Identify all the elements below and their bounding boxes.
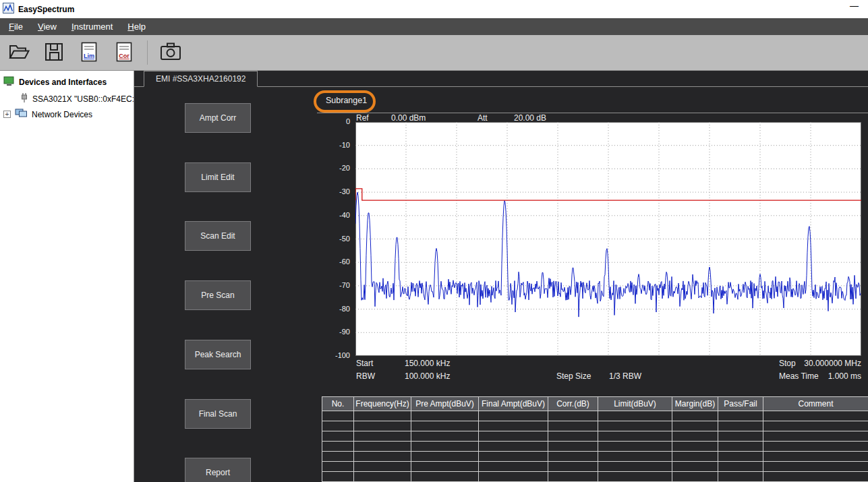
step-size-value: 1/3 RBW: [609, 371, 641, 381]
table-cell: [322, 452, 354, 462]
stop-label: Stop: [779, 359, 796, 368]
button-peak-search[interactable]: Peak Search: [185, 340, 251, 369]
open-file-button[interactable]: [5, 38, 32, 67]
y-tick-label: -20: [320, 164, 350, 172]
table-cell: [354, 472, 411, 482]
device-tree-panel: Devices and Interfaces SSA3021X "USB0::0…: [0, 71, 134, 482]
table-cell: [672, 431, 718, 442]
network-devices-icon: [15, 109, 28, 120]
menu-help[interactable]: Help: [120, 18, 153, 35]
meas-time-label: Meas Time: [779, 371, 819, 381]
table-cell: [479, 411, 548, 421]
tree-item-usb-device[interactable]: SSA3021X "USB0::0xF4EC::0: [0, 91, 134, 107]
table-cell: [411, 442, 479, 452]
start-value: 150.000 kHz: [405, 359, 450, 368]
easyspectrum-window: EasySpectrum — FileViewInstrumentHelp Li…: [0, 0, 868, 482]
tree-item-network-devices[interactable]: + Network Devices: [0, 107, 134, 122]
table-cell: [479, 472, 548, 482]
tab-emi-device[interactable]: EMI #SSA3XHA2160192: [144, 71, 258, 87]
save-button[interactable]: [40, 38, 67, 67]
table-cell: [763, 462, 868, 472]
table-cell: [548, 421, 598, 431]
expand-icon[interactable]: +: [3, 111, 11, 118]
correction-file-button[interactable]: Cor: [111, 38, 138, 67]
table-cell: [411, 462, 479, 472]
tree-root-label: Devices and Interfaces: [19, 78, 107, 87]
main-area: EMI #SSA3XHA2160192 Ampt CorrLimit EditS…: [134, 71, 868, 482]
menubar: FileViewInstrumentHelp: [0, 18, 868, 35]
tree-root-devices-and-interfaces[interactable]: Devices and Interfaces: [0, 75, 134, 91]
table-cell: [322, 431, 354, 442]
button-final-scan[interactable]: Final Scan: [185, 399, 251, 429]
network-devices-label: Network Devices: [32, 110, 92, 119]
y-axis-ticks: 0-10-20-30-40-50-60-70-80-90-100: [317, 122, 353, 356]
y-tick-label: 0: [320, 117, 350, 125]
column-header-pre-ampt-dbuv: Pre Ampt(dBuV): [411, 397, 479, 411]
table-cell: [479, 462, 548, 472]
table-header-row: No.Frequency(Hz)Pre Ampt(dBuV)Final Ampt…: [322, 397, 868, 411]
table-cell: [411, 472, 479, 482]
menu-file[interactable]: File: [1, 18, 30, 35]
column-header-comment: Comment: [763, 397, 868, 411]
table-cell: [548, 431, 598, 442]
limit-file-button[interactable]: Lim: [76, 38, 103, 67]
table-cell: [354, 462, 411, 472]
limit-doc-icon: Lim: [80, 42, 98, 64]
table-cell: [763, 442, 868, 452]
table-cell: [763, 452, 868, 462]
column-header-frequency-hz: Frequency(Hz): [354, 397, 411, 411]
table-cell: [411, 411, 479, 421]
open-folder-icon: [8, 42, 30, 63]
table-cell: [598, 431, 672, 442]
svg-text:Cor: Cor: [119, 53, 129, 59]
column-header-limit-dbuv: Limit(dBuV): [598, 397, 672, 411]
table-cell: [763, 472, 868, 482]
devices-icon: [3, 76, 15, 88]
column-header-margin-db: Margin(dB): [672, 397, 718, 411]
table-cell: [718, 431, 763, 442]
table-cell: [548, 472, 598, 482]
table-cell: [598, 421, 672, 431]
minimize-button[interactable]: —: [850, 1, 859, 11]
titlebar: EasySpectrum —: [0, 0, 868, 18]
y-tick-label: -60: [320, 258, 350, 266]
table-cell: [548, 462, 598, 472]
stop-value: 30.000000 MHz: [804, 359, 861, 368]
button-pre-scan[interactable]: Pre Scan: [185, 280, 251, 310]
column-header-corr-db: Corr.(dB): [548, 397, 598, 411]
toolbar-separator: [147, 40, 148, 65]
button-ampt-corr[interactable]: Ampt Corr: [185, 103, 251, 133]
table-cell: [479, 452, 548, 462]
table-cell: [548, 452, 598, 462]
button-report[interactable]: Report: [185, 458, 251, 482]
usb-icon: [20, 92, 28, 105]
step-size-label: Step Size: [556, 371, 591, 381]
table-cell: [598, 472, 672, 482]
table-cell: [548, 442, 598, 452]
screenshot-button[interactable]: [157, 38, 184, 67]
camera-icon: [160, 42, 181, 63]
table-cell: [763, 431, 868, 442]
results-table: No.Frequency(Hz)Pre Ampt(dBuV)Final Ampt…: [322, 396, 868, 482]
menu-instrument[interactable]: Instrument: [64, 18, 120, 35]
table-cell: [411, 431, 479, 442]
menu-view[interactable]: View: [30, 18, 64, 35]
y-tick-label: -80: [320, 305, 350, 313]
table-cell: [763, 411, 868, 421]
table-cell: [479, 421, 548, 431]
table-cell: [672, 442, 718, 452]
correction-doc-icon: Cor: [115, 42, 133, 64]
window-title: EasySpectrum: [18, 5, 74, 14]
button-scan-edit[interactable]: Scan Edit: [185, 221, 251, 251]
start-label: Start: [356, 359, 373, 368]
button-limit-edit[interactable]: Limit Edit: [185, 162, 251, 192]
table-cell: [479, 431, 548, 442]
table-cell: [672, 421, 718, 431]
table-row: [322, 431, 868, 442]
save-icon: [45, 42, 63, 63]
table-cell: [718, 472, 763, 482]
chart-panel: Subrange1 Ref 0.00 dBm Att 20.00 dB 0-10…: [317, 88, 868, 395]
table-cell: [598, 462, 672, 472]
table-cell: [322, 411, 354, 421]
footer-row-1: Start 150.000 kHz Stop 30.000000 MHz: [317, 359, 868, 369]
